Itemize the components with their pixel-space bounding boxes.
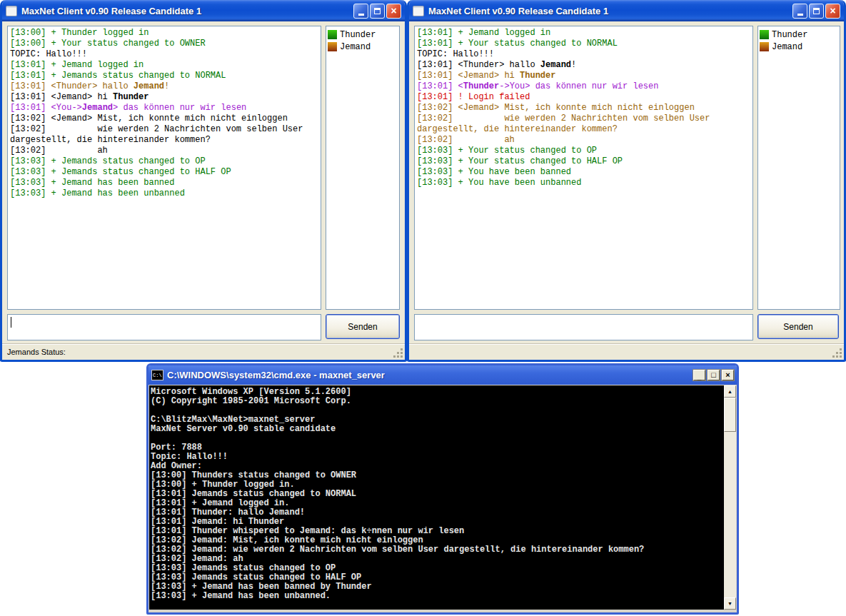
user-status-icon bbox=[328, 30, 337, 39]
chat-line: [13:01] + Your status changed to NORMAL bbox=[417, 39, 750, 49]
window-client-area: [13:00] + Thunder logged in[13:00] + You… bbox=[2, 21, 405, 360]
chat-line: TOPIC: Hallo!!! bbox=[417, 49, 750, 60]
cmd-icon: C:\ bbox=[151, 370, 163, 380]
console-line: Port: 7888 bbox=[151, 443, 722, 453]
status-text: Jemands Status: bbox=[7, 348, 66, 356]
chat-line: [13:03] + Your status changed to OP bbox=[417, 146, 750, 156]
minimize-icon bbox=[797, 14, 803, 16]
message-input[interactable] bbox=[414, 314, 753, 340]
chat-line: [13:01] <You->Jemand> das können nur wir… bbox=[10, 103, 318, 113]
user-list-item[interactable]: Thunder bbox=[760, 29, 838, 41]
message-input[interactable] bbox=[7, 314, 321, 340]
user-list-item[interactable]: Thunder bbox=[328, 29, 398, 41]
chat-line: [13:00] + Thunder logged in bbox=[10, 28, 318, 39]
chat-line: [13:03] + Jemands status changed to HALF… bbox=[10, 167, 318, 178]
close-button[interactable]: × bbox=[825, 4, 840, 19]
user-list[interactable]: ThunderJemand bbox=[757, 26, 840, 310]
console-line: Topic: Hallo!!! bbox=[151, 453, 722, 462]
console-output[interactable]: Microsoft Windows XP [Version 5.1.2600](… bbox=[149, 385, 724, 610]
chat-line: [13:01] <Thunder> hallo Jemand! bbox=[417, 60, 750, 71]
chat-line: [13:01] + Jemand logged in bbox=[10, 60, 318, 71]
minimize-button[interactable] bbox=[353, 4, 368, 19]
console-line: (C) Copyright 1985-2001 Microsoft Corp. bbox=[151, 397, 722, 406]
chat-line: [13:03] + Jemand has been banned bbox=[10, 178, 318, 188]
user-name: Thunder bbox=[340, 30, 376, 40]
chat-line: [13:00] + Your status changed to OWNER bbox=[10, 39, 318, 49]
chat-line: [13:02] ah bbox=[10, 146, 318, 156]
chat-line: [13:02] wie werden 2 Nachrichten vom sel… bbox=[10, 124, 318, 146]
status-bar bbox=[409, 343, 844, 360]
close-icon: × bbox=[830, 6, 835, 16]
chat-line: [13:02] <Jemand> Mist, ich konnte mich n… bbox=[10, 113, 318, 124]
close-button[interactable]: × bbox=[722, 370, 734, 380]
chat-line: [13:01] + Jemand logged in bbox=[417, 28, 750, 39]
user-status-icon bbox=[760, 30, 769, 39]
chat-line: [13:03] + You have been unbanned bbox=[417, 178, 750, 188]
chat-line: [13:01] <Thunder->You> das können nur wi… bbox=[417, 81, 750, 92]
status-bar: Jemands Status: bbox=[2, 343, 405, 360]
resize-grip[interactable] bbox=[393, 348, 403, 358]
user-list[interactable]: ThunderJemand bbox=[326, 26, 400, 310]
scrollbar-thumb[interactable] bbox=[724, 398, 736, 432]
scrollbar[interactable]: ▲ ▼ bbox=[724, 385, 736, 610]
window-cmd-server: C:\ C:\WINDOWS\system32\cmd.exe - maxnet… bbox=[146, 363, 739, 615]
user-list-item[interactable]: Jemand bbox=[760, 41, 838, 53]
window-client-area: [13:01] + Jemand logged in[13:01] + Your… bbox=[409, 21, 844, 360]
user-name: Jemand bbox=[772, 42, 802, 52]
scroll-up-button[interactable]: ▲ bbox=[724, 385, 736, 398]
chat-line: [13:01] <Thunder> hallo Jemand! bbox=[10, 81, 318, 92]
chat-line: [13:02] wie werden 2 Nachrichten vom sel… bbox=[417, 113, 750, 135]
chat-log[interactable]: [13:00] + Thunder logged in[13:00] + You… bbox=[7, 26, 321, 310]
close-button[interactable]: × bbox=[386, 4, 401, 19]
window-maxnet-client-right: MaxNet Client v0.90 Release Candidate 1 … bbox=[407, 0, 846, 362]
console-line: MaxNet Server v0.90 stable candidate bbox=[151, 425, 722, 434]
chat-log[interactable]: [13:01] + Jemand logged in[13:01] + Your… bbox=[414, 26, 753, 310]
maximize-button[interactable]: □ bbox=[707, 370, 720, 380]
user-name: Jemand bbox=[340, 42, 371, 52]
cmd-titlebar[interactable]: C:\ C:\WINDOWS\system32\cmd.exe - maxnet… bbox=[148, 365, 737, 385]
cmd-window-title: C:\WINDOWS\system32\cmd.exe - maxnet_ser… bbox=[167, 370, 691, 380]
arrow-down-icon: ▼ bbox=[727, 601, 732, 606]
maximize-icon bbox=[374, 8, 381, 14]
maximize-button[interactable] bbox=[370, 4, 385, 19]
chat-line: [13:01] ! Login failed bbox=[417, 92, 750, 103]
titlebar-left[interactable]: MaxNet Client v0.90 Release Candidate 1 … bbox=[2, 0, 405, 21]
minimize-button[interactable] bbox=[792, 4, 807, 19]
close-icon: × bbox=[725, 371, 730, 379]
app-icon bbox=[6, 6, 17, 16]
maximize-button[interactable] bbox=[809, 4, 824, 19]
send-button[interactable]: Senden bbox=[757, 314, 839, 339]
minimize-button[interactable]: _ bbox=[693, 370, 705, 380]
minimize-icon bbox=[358, 14, 364, 16]
console-line: [13:03] + Jemand has been unbanned. bbox=[151, 592, 722, 601]
minimize-icon: _ bbox=[698, 373, 702, 380]
close-icon: × bbox=[391, 6, 396, 16]
text-caret bbox=[11, 317, 11, 328]
chat-line: [13:02] ah bbox=[417, 135, 750, 146]
scrollbar-track[interactable] bbox=[724, 432, 736, 597]
window-title: MaxNet Client v0.90 Release Candidate 1 bbox=[21, 6, 352, 16]
titlebar-right[interactable]: MaxNet Client v0.90 Release Candidate 1 … bbox=[409, 0, 844, 21]
chat-line: [13:03] + Jemand has been unbanned bbox=[10, 188, 318, 199]
arrow-up-icon: ▲ bbox=[727, 389, 732, 394]
chat-line: [13:03] + Your status changed to HALF OP bbox=[417, 156, 750, 167]
user-list-item[interactable]: Jemand bbox=[328, 41, 398, 53]
maximize-icon: □ bbox=[711, 371, 716, 379]
user-status-icon bbox=[328, 42, 337, 51]
desktop: MaxNet Client v0.90 Release Candidate 1 … bbox=[0, 0, 846, 616]
window-title: MaxNet Client v0.90 Release Candidate 1 bbox=[428, 6, 791, 16]
send-button[interactable]: Senden bbox=[326, 314, 400, 339]
scroll-down-button[interactable]: ▼ bbox=[724, 597, 736, 610]
chat-line: [13:03] + Jemands status changed to OP bbox=[10, 156, 318, 167]
console-line bbox=[151, 601, 722, 610]
cmd-client-area: Microsoft Windows XP [Version 5.1.2600](… bbox=[148, 385, 737, 612]
chat-line: [13:02] <Jemand> Mist, ich konnte mich n… bbox=[417, 103, 750, 113]
console-line bbox=[151, 434, 722, 443]
chat-line: [13:01] <Jemand> hi Thunder bbox=[417, 71, 750, 81]
maximize-icon bbox=[813, 8, 820, 14]
window-maxnet-client-left: MaxNet Client v0.90 Release Candidate 1 … bbox=[0, 0, 407, 362]
chat-line: [13:01] + Jemands status changed to NORM… bbox=[10, 71, 318, 81]
app-icon bbox=[413, 6, 424, 16]
resize-grip[interactable] bbox=[832, 348, 842, 358]
chat-line: [13:03] + You have been banned bbox=[417, 167, 750, 178]
